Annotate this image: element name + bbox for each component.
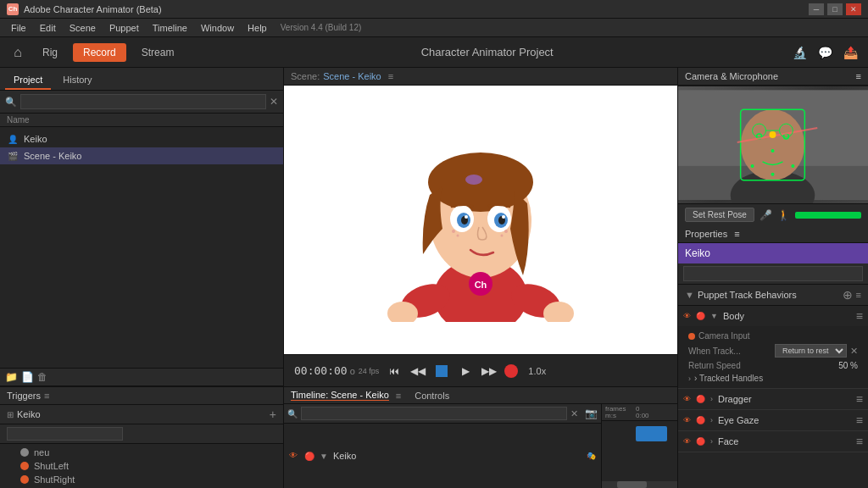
step-back-button[interactable]: ◀◀	[409, 363, 426, 380]
tracked-handles-expand-icon[interactable]: ›	[688, 374, 691, 383]
when-track-close-icon[interactable]: ✕	[850, 346, 858, 357]
behaviors-expand-icon[interactable]: ▼	[685, 290, 694, 300]
tab-rig[interactable]: Rig	[32, 43, 68, 62]
menu-file[interactable]: File	[5, 21, 32, 35]
folder-icon[interactable]: 📁	[5, 371, 18, 383]
menu-help[interactable]: Help	[242, 21, 273, 35]
record-button[interactable]	[504, 364, 518, 378]
eyegaze-behavior-name: Eye Gaze	[718, 415, 851, 425]
dragger-visibility-icon[interactable]: 👁	[683, 395, 691, 403]
tab-timeline[interactable]: Timeline: Scene - Keiko	[291, 390, 389, 401]
app-icon: Ch	[7, 3, 19, 15]
tab-history[interactable]: History	[54, 71, 100, 90]
face-behavior-menu[interactable]: ≡	[856, 435, 863, 448]
behavior-header-face[interactable]: 👁 🔴 › Face ≡	[678, 431, 868, 452]
trigger-add-icon[interactable]: +	[270, 408, 276, 421]
timeline-clip[interactable]	[636, 426, 667, 441]
timeline-scrollbar[interactable]	[602, 481, 677, 488]
svg-point-16	[502, 215, 505, 219]
behavior-header-body[interactable]: 👁 🔴 ▼ Body ≡	[678, 306, 868, 326]
timeline-scrollbar-thumb[interactable]	[617, 481, 648, 488]
chat-icon[interactable]: 💬	[815, 43, 834, 62]
person-icon: 🚶	[777, 209, 790, 221]
behavior-header-eyegaze[interactable]: 👁 🔴 › Eye Gaze ≡	[678, 410, 868, 430]
trigger-items-list: neu ShutLeft ShutRight	[0, 444, 283, 488]
project-search-input[interactable]	[20, 94, 266, 109]
play-button[interactable]: ▶	[457, 363, 474, 380]
app-title: Adobe Character Animator (Beta)	[24, 4, 809, 14]
home-button[interactable]: ⌂	[8, 43, 27, 62]
skip-back-button[interactable]: ⏮	[386, 363, 403, 380]
trash-icon[interactable]: 🗑	[37, 371, 47, 383]
track-visibility-icon[interactable]: 👁	[289, 451, 299, 461]
project-item-keiko[interactable]: 👤 Keiko	[0, 130, 283, 147]
dragger-expand-icon[interactable]: ›	[710, 395, 713, 403]
behavior-header-dragger[interactable]: 👁 🔴 › Dragger ≡	[678, 389, 868, 409]
track-chevron-icon[interactable]: ▼	[320, 452, 328, 461]
when-track-select[interactable]: Return to rest	[775, 344, 847, 358]
fps-display: 24 fps	[359, 367, 380, 375]
trigger-item-shutleft[interactable]: ShutLeft	[0, 459, 283, 473]
close-button[interactable]: ✕	[846, 3, 861, 15]
center-area: Scene: Scene - Keiko ≡	[284, 68, 677, 488]
tab-record[interactable]: Record	[73, 43, 126, 62]
body-expand-icon[interactable]: ▼	[710, 312, 718, 320]
face-visibility-icon[interactable]: 👁	[683, 437, 691, 446]
tab-project[interactable]: Project	[5, 71, 51, 90]
step-forward-button[interactable]: ▶▶	[481, 363, 498, 380]
menu-scene[interactable]: Scene	[64, 21, 102, 35]
window-controls[interactable]: ─ □ ✕	[809, 3, 861, 15]
svg-point-20	[457, 234, 459, 236]
track-icons: 🎭	[587, 452, 596, 460]
new-item-icon[interactable]: 📄	[21, 371, 34, 383]
face-behavior-name: Face	[718, 436, 851, 446]
timeline-menu-icon[interactable]: ≡	[396, 391, 401, 401]
behaviors-menu-icon[interactable]: ≡	[856, 290, 861, 300]
tracked-handles-row[interactable]: › › Tracked Handles	[688, 372, 858, 385]
triggers-menu-icon[interactable]: ≡	[44, 391, 49, 401]
body-visibility-icon[interactable]: 👁	[683, 312, 691, 320]
properties-menu-icon[interactable]: ≡	[734, 229, 739, 239]
svg-point-33	[771, 173, 775, 176]
body-audio-dot: 🔴	[696, 312, 705, 320]
timeline-left: 🔍 ✕ 📷 👁 🔴 ▼ Keiko 🎭	[284, 404, 602, 488]
timeline-camera-icon[interactable]: 📷	[585, 408, 598, 419]
restore-button[interactable]: □	[827, 3, 843, 15]
stop-button[interactable]	[433, 363, 450, 380]
timeline-search-input[interactable]	[301, 407, 567, 420]
body-behavior-menu[interactable]: ≡	[856, 309, 863, 323]
share-icon[interactable]: 📤	[841, 43, 860, 62]
trigger-item-shutright[interactable]: ShutRight	[0, 473, 283, 486]
search-clear-icon[interactable]: ✕	[270, 96, 278, 108]
face-expand-icon[interactable]: ›	[710, 437, 713, 446]
tab-stream[interactable]: Stream	[131, 43, 185, 62]
trigger-search-input[interactable]	[7, 427, 123, 441]
tab-controls[interactable]: Controls	[415, 391, 449, 401]
track-puppet-icon: 🎭	[587, 452, 596, 460]
camera-menu-icon[interactable]: ≡	[856, 71, 861, 81]
trigger-item-neu[interactable]: neu	[0, 446, 283, 459]
eyegaze-behavior-menu[interactable]: ≡	[856, 413, 863, 427]
eyegaze-visibility-icon[interactable]: 👁	[683, 416, 691, 424]
menu-puppet[interactable]: Puppet	[103, 21, 145, 35]
scene-menu-icon[interactable]: ≡	[388, 71, 393, 81]
eyegaze-audio-dot: 🔴	[696, 416, 705, 424]
eyegaze-expand-icon[interactable]: ›	[710, 416, 713, 424]
set-rest-pose-button[interactable]: Set Rest Pose	[685, 208, 754, 222]
menu-edit[interactable]: Edit	[34, 21, 62, 35]
property-search-input[interactable]	[683, 266, 863, 281]
behaviors-add-icon[interactable]: ⊕	[843, 288, 853, 302]
labs-icon[interactable]: 🔬	[790, 43, 809, 62]
menu-window[interactable]: Window	[195, 21, 240, 35]
project-item-scene[interactable]: 🎬 Scene - Keiko	[0, 147, 283, 164]
timeline-search-clear[interactable]: ✕	[570, 408, 578, 419]
minimize-button[interactable]: ─	[809, 3, 824, 15]
dragger-behavior-menu[interactable]: ≡	[856, 392, 863, 406]
track-name-keiko: Keiko	[333, 451, 581, 461]
svg-point-31	[751, 164, 754, 168]
project-search-bar: 🔍 ✕	[0, 91, 283, 114]
camera-input-label: Camera Input	[698, 331, 858, 341]
menu-timeline[interactable]: Timeline	[147, 21, 193, 35]
property-search-bar	[678, 263, 868, 285]
track-audio-icon: 🔴	[304, 452, 314, 461]
